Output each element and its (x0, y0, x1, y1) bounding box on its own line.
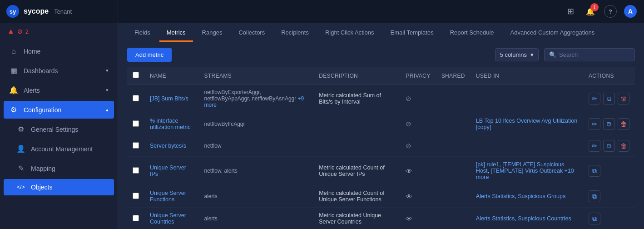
chevron-up-icon: ▴ (106, 107, 109, 113)
tab-fields[interactable]: Fields (127, 23, 158, 42)
metric-name-link[interactable]: % interface utilization metric (150, 118, 191, 130)
actions-cell: ⧉ (583, 208, 635, 229)
table-row: [JB] Sum Bits/snetflowByExporterAggr, ne… (127, 85, 635, 113)
privacy-cell: ⊘ (400, 85, 436, 113)
sidebar-item-account-management[interactable]: 👤 Account Management (0, 139, 118, 159)
row-checkbox[interactable] (133, 193, 139, 199)
used-in-link[interactable]: Suspicious Countries (518, 215, 571, 222)
notifications-icon[interactable]: 🔔 1 (584, 5, 597, 18)
copy-button[interactable]: ⧉ (589, 213, 600, 224)
table-row: Unique Server IPsnetflow, alertsMetric c… (127, 157, 635, 185)
row-checkbox[interactable] (133, 215, 139, 221)
sidebar-item-configuration[interactable]: ⚙ Configuration ▴ (4, 101, 114, 119)
privacy-hidden-icon[interactable]: ⊘ (406, 95, 411, 102)
shared-cell (436, 157, 471, 185)
copy-button[interactable]: ⧉ (603, 93, 615, 105)
sidebar-header: sy sycope Tenant (0, 0, 118, 23)
shared-cell (436, 135, 471, 157)
add-metric-button[interactable]: Add metric (127, 48, 172, 62)
edit-button[interactable]: ✏ (589, 118, 600, 130)
topbar: ⊞ 🔔 1 ? A (118, 0, 644, 23)
used-in-cell (471, 135, 583, 157)
privacy-cell: 👁 (400, 208, 436, 229)
description-cell: Metric calculated Count of Unique Server… (313, 157, 400, 185)
tab-email-templates[interactable]: Email Templates (383, 23, 441, 42)
mapping-icon: ✎ (16, 164, 25, 173)
help-icon[interactable]: ? (604, 5, 617, 18)
name-cell: Unique Server Countries (144, 208, 198, 229)
row-checkbox[interactable] (133, 142, 139, 149)
used-in-cell: [pk] rule1, [TEMPLATE] Suspicious Host, … (471, 157, 583, 185)
sidebar-item-general-settings-label: General Settings (31, 126, 109, 133)
columns-select[interactable]: 5 columns ▾ (495, 48, 539, 61)
privacy-visible-icon[interactable]: 👁 (406, 215, 412, 223)
sidebar-item-mapping[interactable]: ✎ Mapping (0, 159, 118, 178)
privacy-visible-icon[interactable]: 👁 (406, 193, 412, 200)
tab-right-click-actions[interactable]: Right Click Actions (318, 23, 381, 42)
copy-button[interactable]: ⧉ (589, 165, 600, 177)
sidebar-alert-row: ▲ ⊘ 2 (0, 23, 118, 40)
used-in-link[interactable]: [TEMPLATE] Virus Outbreak +10 more (476, 168, 574, 180)
used-in-link[interactable]: Alerts Statistics (476, 215, 515, 222)
streams-more-badge[interactable]: +9 more (204, 95, 304, 108)
search-input[interactable] (559, 51, 630, 58)
description-cell: Metric calculated Sum of Bits/s by Inter… (313, 85, 400, 113)
table-row: Server bytes/snetflow⊘✏⧉🗑 (127, 135, 635, 157)
apps-icon[interactable]: ⊞ (564, 5, 577, 18)
edit-button[interactable]: ✏ (589, 140, 600, 152)
alert-count-label: 2 (25, 28, 29, 35)
avatar[interactable]: A (624, 5, 637, 18)
columns-label: 5 columns (500, 51, 527, 58)
copy-button[interactable]: ⧉ (603, 140, 615, 152)
sidebar-item-objects[interactable]: </> Objects (4, 179, 114, 195)
metric-name-link[interactable]: Unique Server IPs (150, 164, 186, 177)
name-cell: % interface utilization metric (144, 113, 198, 135)
privacy-visible-icon[interactable]: 👁 (406, 167, 412, 175)
sidebar-logo: sy sycope Tenant (5, 4, 72, 19)
main-content: ⊞ 🔔 1 ? A Fields Metrics Ranges Collecto… (118, 0, 644, 229)
edit-button[interactable]: ✏ (589, 93, 600, 105)
sidebar-item-objects-label: Objects (31, 184, 109, 191)
actions-cell: ✏⧉🗑 (583, 113, 635, 135)
metric-name-link[interactable]: Unique Server Functions (150, 190, 186, 203)
row-checkbox[interactable] (133, 95, 139, 101)
tab-metrics[interactable]: Metrics (159, 23, 193, 42)
tenant-label: Tenant (54, 8, 72, 15)
copy-button[interactable]: ⧉ (589, 190, 600, 202)
tab-recipients[interactable]: Recipients (274, 23, 316, 42)
metric-name-link[interactable]: Server bytes/s (150, 143, 186, 149)
delete-button[interactable]: 🗑 (618, 93, 629, 105)
header-name: Name (144, 67, 198, 85)
row-checkbox[interactable] (133, 167, 139, 174)
privacy-hidden-icon[interactable]: ⊘ (406, 120, 411, 128)
delete-button[interactable]: 🗑 (618, 118, 629, 130)
metric-name-link[interactable]: Unique Server Countries (150, 212, 186, 225)
metric-name-link[interactable]: [JB] Sum Bits/s (150, 95, 188, 102)
tab-ranges[interactable]: Ranges (195, 23, 230, 42)
delete-button[interactable]: 🗑 (618, 140, 629, 152)
general-settings-icon: ⚙ (16, 125, 25, 134)
used-in-cell (471, 85, 583, 113)
privacy-hidden-icon[interactable]: ⊘ (406, 142, 411, 149)
tab-report-schedule[interactable]: Report Schedule (443, 23, 501, 42)
sidebar-nav: ⌂ Home ▦ Dashboards ▾ 🔔 Alerts ▾ ⚙ Confi… (0, 40, 118, 229)
used-in-link[interactable]: Alerts Statistics (476, 193, 515, 199)
alerts-icon: 🔔 (9, 86, 18, 95)
sidebar-item-general-settings[interactable]: ⚙ General Settings (0, 119, 118, 139)
copy-button[interactable]: ⧉ (603, 118, 615, 130)
sidebar-item-dashboards-label: Dashboards (24, 67, 100, 75)
shared-cell (436, 185, 471, 208)
row-checkbox[interactable] (133, 120, 139, 127)
select-all-checkbox[interactable] (133, 72, 139, 78)
tab-advanced-custom-aggregations[interactable]: Advanced Custom Aggregations (503, 23, 602, 42)
used-in-link[interactable]: Suspicious Groups (518, 193, 565, 199)
shared-cell (436, 208, 471, 229)
used-in-link[interactable]: [pk] rule1 (476, 161, 499, 168)
sidebar-item-dashboards[interactable]: ▦ Dashboards ▾ (0, 61, 118, 80)
actions-cell: ⧉ (583, 157, 635, 185)
tab-collectors[interactable]: Collectors (231, 23, 272, 42)
sidebar-item-home[interactable]: ⌂ Home (0, 42, 118, 61)
used-in-link[interactable]: LB Top 10 Ifces Overview Avg Utilization… (476, 118, 577, 130)
sidebar-item-alerts[interactable]: 🔔 Alerts ▾ (0, 80, 118, 100)
sidebar-item-account-management-label: Account Management (31, 145, 109, 153)
